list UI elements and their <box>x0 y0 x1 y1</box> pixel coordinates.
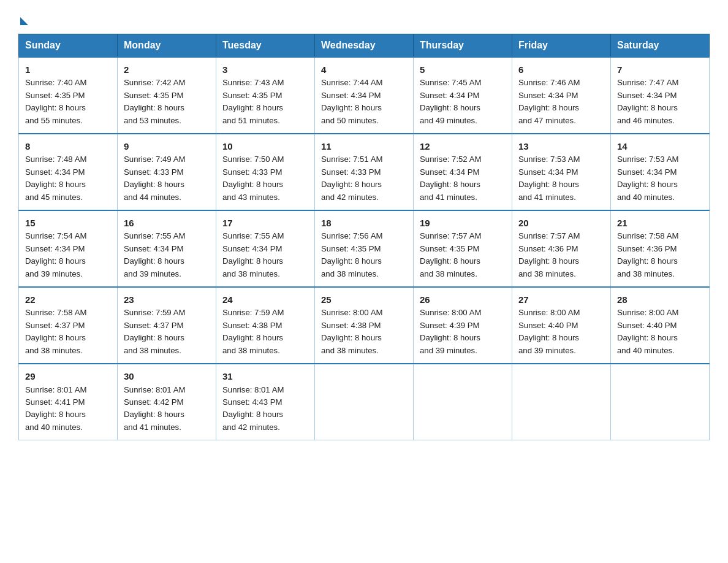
day-info: Sunrise: 7:47 AMSunset: 4:34 PMDaylight:… <box>617 77 703 127</box>
day-number: 2 <box>124 63 210 77</box>
header-wednesday: Wednesday <box>315 34 414 58</box>
header-tuesday: Tuesday <box>216 34 315 58</box>
day-number: 17 <box>222 216 308 230</box>
day-info: Sunrise: 7:55 AMSunset: 4:34 PMDaylight:… <box>124 230 210 280</box>
day-number: 14 <box>617 139 703 153</box>
calendar-cell <box>414 364 512 440</box>
day-info: Sunrise: 7:56 AMSunset: 4:35 PMDaylight:… <box>321 230 407 280</box>
day-number: 13 <box>518 139 604 153</box>
day-number: 4 <box>321 63 407 77</box>
calendar-cell: 5Sunrise: 7:45 AMSunset: 4:34 PMDaylight… <box>414 57 512 134</box>
header-saturday: Saturday <box>611 34 710 58</box>
calendar-cell: 6Sunrise: 7:46 AMSunset: 4:34 PMDaylight… <box>512 57 611 134</box>
day-number: 6 <box>518 63 604 77</box>
calendar-cell: 9Sunrise: 7:49 AMSunset: 4:33 PMDaylight… <box>118 134 216 210</box>
day-number: 30 <box>124 369 210 383</box>
day-info: Sunrise: 7:58 AMSunset: 4:36 PMDaylight:… <box>617 230 703 280</box>
day-info: Sunrise: 7:45 AMSunset: 4:34 PMDaylight:… <box>420 77 506 127</box>
day-info: Sunrise: 8:00 AMSunset: 4:39 PMDaylight:… <box>420 307 506 357</box>
day-info: Sunrise: 7:49 AMSunset: 4:33 PMDaylight:… <box>124 153 210 204</box>
day-number: 20 <box>518 216 604 230</box>
day-info: Sunrise: 8:01 AMSunset: 4:43 PMDaylight:… <box>222 384 308 434</box>
calendar-cell: 13Sunrise: 7:53 AMSunset: 4:34 PMDayligh… <box>512 134 611 210</box>
day-info: Sunrise: 7:44 AMSunset: 4:34 PMDaylight:… <box>321 77 407 127</box>
day-number: 7 <box>617 63 703 77</box>
header-friday: Friday <box>512 34 611 58</box>
calendar-cell: 7Sunrise: 7:47 AMSunset: 4:34 PMDaylight… <box>611 57 710 134</box>
day-info: Sunrise: 7:53 AMSunset: 4:34 PMDaylight:… <box>617 153 703 204</box>
calendar-header-row: SundayMondayTuesdayWednesdayThursdayFrid… <box>19 34 710 58</box>
day-info: Sunrise: 8:00 AMSunset: 4:40 PMDaylight:… <box>518 307 604 357</box>
day-info: Sunrise: 7:40 AMSunset: 4:35 PMDaylight:… <box>25 77 111 127</box>
day-number: 27 <box>518 293 604 307</box>
day-info: Sunrise: 7:51 AMSunset: 4:33 PMDaylight:… <box>321 153 407 204</box>
day-info: Sunrise: 7:55 AMSunset: 4:34 PMDaylight:… <box>222 230 308 280</box>
page-header <box>18 12 710 23</box>
day-number: 11 <box>321 139 407 153</box>
calendar-cell <box>512 364 611 440</box>
week-row-2: 8Sunrise: 7:48 AMSunset: 4:34 PMDaylight… <box>19 134 710 210</box>
header-sunday: Sunday <box>19 34 118 58</box>
calendar-cell: 23Sunrise: 7:59 AMSunset: 4:37 PMDayligh… <box>118 287 216 364</box>
day-info: Sunrise: 8:00 AMSunset: 4:38 PMDaylight:… <box>321 307 407 357</box>
calendar-cell <box>611 364 710 440</box>
logo <box>18 12 28 23</box>
day-info: Sunrise: 7:52 AMSunset: 4:34 PMDaylight:… <box>420 153 506 204</box>
day-info: Sunrise: 7:58 AMSunset: 4:37 PMDaylight:… <box>25 307 111 357</box>
day-number: 16 <box>124 216 210 230</box>
calendar-cell: 14Sunrise: 7:53 AMSunset: 4:34 PMDayligh… <box>611 134 710 210</box>
calendar-cell: 20Sunrise: 7:57 AMSunset: 4:36 PMDayligh… <box>512 210 611 287</box>
calendar-cell: 21Sunrise: 7:58 AMSunset: 4:36 PMDayligh… <box>611 210 710 287</box>
calendar-cell: 16Sunrise: 7:55 AMSunset: 4:34 PMDayligh… <box>118 210 216 287</box>
day-info: Sunrise: 7:48 AMSunset: 4:34 PMDaylight:… <box>25 153 111 204</box>
day-info: Sunrise: 7:59 AMSunset: 4:37 PMDaylight:… <box>124 307 210 357</box>
day-info: Sunrise: 8:01 AMSunset: 4:41 PMDaylight:… <box>25 384 111 434</box>
day-number: 5 <box>420 63 506 77</box>
calendar-cell: 12Sunrise: 7:52 AMSunset: 4:34 PMDayligh… <box>414 134 512 210</box>
calendar-cell: 27Sunrise: 8:00 AMSunset: 4:40 PMDayligh… <box>512 287 611 364</box>
day-number: 23 <box>124 293 210 307</box>
day-number: 19 <box>420 216 506 230</box>
calendar-cell: 25Sunrise: 8:00 AMSunset: 4:38 PMDayligh… <box>315 287 414 364</box>
calendar-cell: 8Sunrise: 7:48 AMSunset: 4:34 PMDaylight… <box>19 134 118 210</box>
day-info: Sunrise: 7:46 AMSunset: 4:34 PMDaylight:… <box>518 77 604 127</box>
calendar-cell: 11Sunrise: 7:51 AMSunset: 4:33 PMDayligh… <box>315 134 414 210</box>
calendar-cell: 22Sunrise: 7:58 AMSunset: 4:37 PMDayligh… <box>19 287 118 364</box>
calendar-cell: 4Sunrise: 7:44 AMSunset: 4:34 PMDaylight… <box>315 57 414 134</box>
day-number: 8 <box>25 139 111 153</box>
calendar-cell: 31Sunrise: 8:01 AMSunset: 4:43 PMDayligh… <box>216 364 315 440</box>
header-thursday: Thursday <box>414 34 512 58</box>
calendar-table: SundayMondayTuesdayWednesdayThursdayFrid… <box>18 34 710 440</box>
day-number: 18 <box>321 216 407 230</box>
calendar-cell: 24Sunrise: 7:59 AMSunset: 4:38 PMDayligh… <box>216 287 315 364</box>
day-info: Sunrise: 7:57 AMSunset: 4:36 PMDaylight:… <box>518 230 604 280</box>
day-number: 3 <box>222 63 308 77</box>
calendar-cell: 1Sunrise: 7:40 AMSunset: 4:35 PMDaylight… <box>19 57 118 134</box>
calendar-cell: 28Sunrise: 8:00 AMSunset: 4:40 PMDayligh… <box>611 287 710 364</box>
logo-arrow-icon <box>20 17 28 25</box>
day-number: 22 <box>25 293 111 307</box>
day-info: Sunrise: 7:43 AMSunset: 4:35 PMDaylight:… <box>222 77 308 127</box>
calendar-cell: 26Sunrise: 8:00 AMSunset: 4:39 PMDayligh… <box>414 287 512 364</box>
day-number: 25 <box>321 293 407 307</box>
day-number: 29 <box>25 369 111 383</box>
day-info: Sunrise: 7:50 AMSunset: 4:33 PMDaylight:… <box>222 153 308 204</box>
week-row-3: 15Sunrise: 7:54 AMSunset: 4:34 PMDayligh… <box>19 210 710 287</box>
day-info: Sunrise: 7:59 AMSunset: 4:38 PMDaylight:… <box>222 307 308 357</box>
day-info: Sunrise: 7:42 AMSunset: 4:35 PMDaylight:… <box>124 77 210 127</box>
day-number: 9 <box>124 139 210 153</box>
calendar-cell: 30Sunrise: 8:01 AMSunset: 4:42 PMDayligh… <box>118 364 216 440</box>
day-number: 24 <box>222 293 308 307</box>
week-row-1: 1Sunrise: 7:40 AMSunset: 4:35 PMDaylight… <box>19 57 710 134</box>
calendar-cell: 19Sunrise: 7:57 AMSunset: 4:35 PMDayligh… <box>414 210 512 287</box>
header-monday: Monday <box>118 34 216 58</box>
day-info: Sunrise: 7:54 AMSunset: 4:34 PMDaylight:… <box>25 230 111 280</box>
week-row-4: 22Sunrise: 7:58 AMSunset: 4:37 PMDayligh… <box>19 287 710 364</box>
day-info: Sunrise: 7:53 AMSunset: 4:34 PMDaylight:… <box>518 153 604 204</box>
calendar-cell <box>315 364 414 440</box>
day-number: 31 <box>222 369 308 383</box>
day-number: 28 <box>617 293 703 307</box>
calendar-cell: 29Sunrise: 8:01 AMSunset: 4:41 PMDayligh… <box>19 364 118 440</box>
day-number: 21 <box>617 216 703 230</box>
day-info: Sunrise: 7:57 AMSunset: 4:35 PMDaylight:… <box>420 230 506 280</box>
